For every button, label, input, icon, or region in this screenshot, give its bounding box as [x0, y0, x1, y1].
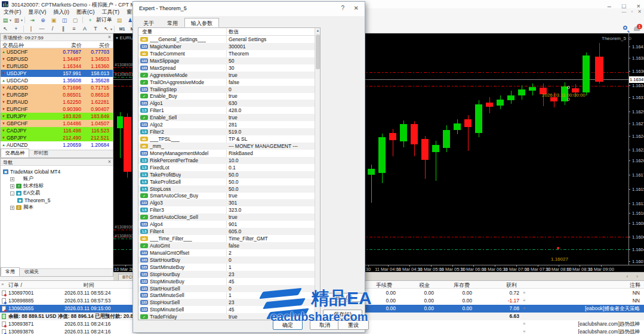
cursor-icon[interactable]: ↖	[1, 25, 10, 33]
param-row[interactable]: 123Algo4901	[138, 221, 316, 228]
param-row[interactable]: ✓AggressiveModetrue	[138, 72, 316, 79]
new-order-icon[interactable]: +	[85, 16, 95, 24]
close-icon[interactable]: ×	[108, 159, 111, 165]
param-row[interactable]: 1.5TakeProfitBuy50.0	[138, 171, 316, 178]
new-chart-icon[interactable]: ▤	[1, 16, 10, 24]
tree-item--[interactable]: +$账户	[10, 175, 33, 183]
market-watch-row[interactable]: ▼AUDUSD0.716960.71715	[1, 84, 113, 91]
cancel-button[interactable]: 取消	[310, 320, 340, 330]
fibonacci-icon[interactable]: ≡	[69, 25, 79, 33]
mdi-control[interactable]: ✕	[637, 9, 642, 14]
param-row[interactable]: 123Algo2281	[138, 121, 316, 128]
param-row[interactable]: 1.5RiskPercentPerTrade10.0	[138, 157, 316, 164]
param-row[interactable]: 1.5Filter2519.0	[138, 128, 316, 135]
mdi-window-controls[interactable]: —▫✕	[621, 9, 642, 14]
menu-item[interactable]: 文件(F)	[0, 8, 25, 16]
mdi-control[interactable]: —	[621, 9, 626, 14]
market-watch-row[interactable]: ▲AUDNZD1.206591.20684	[1, 141, 113, 149]
param-row[interactable]: abTradeCommentTheorem	[138, 50, 316, 57]
save-button[interactable]: 保存(S)	[323, 310, 362, 318]
expand-icon[interactable]: +	[10, 206, 14, 210]
zoom-chart-icon[interactable]: ▢	[70, 16, 80, 24]
dialog-help-button[interactable]: ?	[341, 5, 344, 11]
collapse-icon[interactable]: -	[10, 191, 14, 196]
dialog-tab-关于[interactable]: 关于	[137, 18, 161, 27]
new-order-label[interactable]: 新订单	[96, 16, 112, 24]
param-row[interactable]: 123StartHourBuy0	[138, 256, 316, 264]
market-watch-row[interactable]: ▼EURAUD1.622501.62281	[1, 98, 113, 106]
tree-item--[interactable]: +f技术指标	[10, 183, 44, 190]
param-row[interactable]: ab___General_Settings___General Settings	[138, 36, 316, 43]
expand-icon[interactable]: +	[10, 184, 14, 188]
parameters-scrollbar[interactable]: ▲ ▼	[315, 28, 320, 320]
menu-item[interactable]: 显示(V)	[25, 8, 50, 16]
param-row[interactable]: ab___TPSL___TP & SL	[138, 135, 316, 143]
param-row[interactable]: 1.5Filter1428.0	[138, 107, 316, 114]
load-button[interactable]: 载入(L)	[324, 293, 363, 302]
auto-scroll-icon[interactable]: ⊕	[38, 16, 48, 24]
menu-item[interactable]: 插入(I)	[50, 8, 73, 16]
ea-smiley-icon[interactable]: ☺	[627, 36, 632, 41]
market-watch-row[interactable]: ▼CADJPY116.498116.523	[1, 127, 113, 134]
param-row[interactable]: 123StartMinuteBuy1	[138, 264, 316, 271]
param-row[interactable]: ✓Enable_Buytrue	[138, 92, 316, 100]
param-row[interactable]: 123StartHourSell0	[138, 285, 316, 292]
param-row[interactable]: 1.5StopLoss50.0	[138, 185, 316, 193]
menu-item[interactable]: 工具(T)	[98, 8, 124, 16]
scrollbar-thumb[interactable]	[316, 35, 320, 69]
param-row[interactable]: 123Algo3301	[138, 199, 316, 206]
market-watch-row[interactable]: ▼EURGBP0.865010.86518	[1, 91, 113, 98]
tree-item-theorem-5[interactable]: ◆Theorem_5	[17, 197, 50, 204]
tree-item-trademax-global-mt4[interactable]: ▣TradeMax Global MT4	[3, 168, 60, 175]
search-icon[interactable]	[623, 26, 627, 30]
profiles-icon[interactable]: ▥	[12, 16, 21, 24]
dialog-tab-输入参数[interactable]: 输入参数	[184, 18, 219, 27]
param-row[interactable]: ab___Time_Filter___Time_Filter_GMT	[138, 235, 316, 242]
navigator-tab[interactable]: 收藏夹	[20, 267, 44, 276]
param-row[interactable]: ✓SmartAutoClose_Selltrue	[138, 214, 316, 221]
crosshair-icon[interactable]: +	[11, 25, 21, 33]
market-watch-row[interactable]: ▲USDCAD1.356081.35628	[1, 77, 113, 84]
dialog-close-icon[interactable]: ✕	[354, 5, 359, 11]
notification-bell-icon[interactable]: 1	[634, 26, 640, 31]
market-watch-row[interactable]: ▼EURUSD1.163441.16360	[1, 63, 113, 70]
market-watch-tab[interactable]: 即时图	[29, 149, 53, 157]
param-row[interactable]: 1.5TakeProfitSell50.0	[138, 178, 316, 185]
horizontal-line-icon[interactable]: —	[37, 25, 47, 33]
text-icon[interactable]: A	[80, 25, 90, 33]
trendline-icon[interactable]: /	[48, 25, 57, 33]
param-row[interactable]: 123StopHourBuy23	[138, 271, 316, 278]
timeframe-m1[interactable]: M1	[117, 25, 127, 32]
reset-button[interactable]: 重设	[338, 320, 369, 330]
param-row[interactable]: 1.5Filter3323.0	[138, 206, 316, 214]
param-row[interactable]: 123MagicNumber300001	[138, 43, 316, 50]
channel-icon[interactable]: ∥	[58, 25, 68, 33]
menu-item[interactable]: 图表(C)	[73, 8, 98, 16]
market-watch-row[interactable]: ▼GBPUSD1.344871.34503	[1, 55, 113, 63]
market-watch-row[interactable]: ▼USDJPY157.991158.013	[1, 70, 113, 77]
param-row[interactable]: ab_mm_--- MONEY MANAGEMENT ---	[138, 143, 316, 150]
vertical-line-icon[interactable]: |	[26, 25, 36, 33]
navigator-tab[interactable]: 常用	[1, 267, 20, 276]
market-watch-row[interactable]: ▼GBPCHF1.044861.04507	[1, 120, 113, 127]
dialog-tab-常用[interactable]: 常用	[161, 18, 184, 27]
chevron-down-icon[interactable]: ▾	[110, 27, 112, 31]
templates-icon[interactable]: ▣	[49, 16, 58, 24]
param-row[interactable]: ✓AutoGmtfalse	[138, 242, 316, 249]
parameters-table[interactable]: 变量 数值 ab___General_Settings___General Se…	[138, 27, 321, 320]
param-row[interactable]: ✓TrailOnAggressiveModefalse	[138, 79, 316, 86]
param-row[interactable]: ✓SmartAutoClose_Buytrue	[138, 192, 316, 199]
market-watch-row[interactable]: ▼EURJPY183.828183.849	[1, 113, 113, 120]
param-row[interactable]: 123StopHourSell23	[138, 299, 316, 306]
tile-windows-icon[interactable]: ◫	[60, 16, 69, 24]
tabstrip-scroll-arrows[interactable]: ‹ ›	[626, 274, 642, 279]
chevron-down-icon[interactable]: ▾	[21, 18, 23, 22]
param-row[interactable]: 123ManualGmtOffset2	[138, 249, 316, 256]
market-watch-tab[interactable]: 交易品种	[1, 149, 29, 157]
tree-item-ea-[interactable]: -◆EA交易	[10, 190, 40, 197]
market-watch-row[interactable]: ▼EURCHF0.903900.90407	[1, 106, 113, 113]
param-row[interactable]: 123MoneyManagementModelRiskBased	[138, 150, 316, 157]
chevron-down-icon[interactable]: ▾	[10, 18, 11, 22]
shapes-icon[interactable]: ↖	[101, 25, 111, 33]
chart-shift-icon[interactable]: ⇥	[27, 16, 37, 24]
